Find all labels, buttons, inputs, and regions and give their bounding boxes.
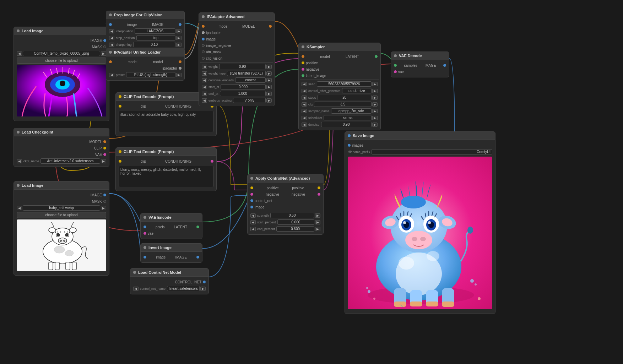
svg-point-78 bbox=[366, 287, 368, 289]
ipadapter-adv-start-prev[interactable]: ◀ bbox=[202, 85, 207, 89]
vae-decode-vae-in[interactable] bbox=[394, 70, 397, 73]
prep-interp-next[interactable]: ▶ bbox=[176, 29, 182, 33]
ksampler-cfg-prev[interactable]: ◀ bbox=[302, 102, 307, 107]
ipadapter-adv-weight-next[interactable]: ▶ bbox=[266, 65, 272, 69]
ksampler-pos-in[interactable] bbox=[302, 61, 304, 64]
prep-sharp-prev[interactable]: ◀ bbox=[109, 43, 114, 47]
load-checkpoint-vae-out[interactable] bbox=[103, 153, 106, 156]
ipadapter-adv-wtype-prev[interactable]: ◀ bbox=[202, 71, 207, 76]
prep-crop-next[interactable]: ▶ bbox=[176, 36, 182, 40]
apply-cn-strength-prev[interactable]: ◀ bbox=[250, 213, 256, 218]
vae-decode-title: VAE Decode bbox=[399, 54, 422, 58]
ipadapter-adv-model-out[interactable] bbox=[269, 25, 272, 28]
load-image-2-title: Load Image bbox=[22, 183, 43, 188]
ipadapter-adv-wtype-next[interactable]: ▶ bbox=[266, 71, 272, 76]
apply-cn-endpct-prev[interactable]: ◀ bbox=[250, 227, 256, 231]
apply-cn-cn-in[interactable] bbox=[250, 199, 253, 202]
apply-cn-neg-out[interactable] bbox=[318, 193, 320, 196]
load-image-2-prev[interactable]: ◀ bbox=[17, 206, 22, 210]
load-checkpoint-prev[interactable]: ◀ bbox=[17, 159, 22, 163]
ipadapter-preset-prev[interactable]: ◀ bbox=[109, 73, 114, 77]
ipadapter-adv-clip-in[interactable] bbox=[202, 57, 205, 60]
vae-encode-pixels-in[interactable] bbox=[143, 226, 146, 228]
ksampler-denoise-prev[interactable]: ◀ bbox=[302, 123, 307, 127]
load-image-2-next[interactable]: ▶ bbox=[101, 206, 106, 210]
ipadapter-loader-model-in[interactable] bbox=[109, 60, 112, 63]
ksampler-model-in[interactable] bbox=[302, 55, 304, 58]
apply-cn-strength-value: 0.60 bbox=[270, 213, 314, 218]
ksampler-ctrl-next[interactable]: ▶ bbox=[372, 89, 378, 93]
prep-image-in[interactable] bbox=[109, 23, 112, 26]
ipadapter-adv-weight-prev[interactable]: ◀ bbox=[202, 65, 207, 69]
prep-crop-prev[interactable]: ◀ bbox=[109, 36, 114, 40]
apply-cn-strength-next[interactable]: ▶ bbox=[315, 213, 320, 218]
svg-rect-46 bbox=[442, 301, 454, 307]
load-image-2-mask-out[interactable] bbox=[103, 200, 106, 203]
ipadapter-adv-end-next[interactable]: ▶ bbox=[266, 92, 272, 96]
ksampler-sampler-next[interactable]: ▶ bbox=[372, 109, 378, 113]
ipadapter-preset-next[interactable]: ▶ bbox=[176, 73, 182, 77]
ipadapter-adv-ipa-in[interactable] bbox=[202, 31, 205, 34]
load-image-1-choose-btn[interactable]: choose file to upload bbox=[17, 58, 106, 64]
apply-cn-startpct-next[interactable]: ▶ bbox=[315, 220, 320, 224]
vae-encode-vae-in[interactable] bbox=[143, 232, 146, 235]
load-controlnet-prev[interactable]: ◀ bbox=[133, 287, 139, 291]
ksampler-header: KSampler bbox=[299, 43, 380, 51]
prep-image-out[interactable] bbox=[179, 23, 182, 26]
vae-decode-samples-in[interactable] bbox=[394, 64, 397, 67]
ksampler-sched-prev[interactable]: ◀ bbox=[302, 116, 307, 120]
load-image-1-next[interactable]: ▶ bbox=[101, 51, 106, 56]
ipadapter-adv-atnmask-in[interactable] bbox=[202, 50, 205, 53]
ipadapter-loader-model-out[interactable] bbox=[179, 60, 182, 63]
ksampler-sampler-prev[interactable]: ◀ bbox=[302, 109, 307, 113]
ksampler-latent-out[interactable] bbox=[375, 55, 378, 58]
load-checkpoint-next[interactable]: ▶ bbox=[101, 159, 106, 163]
clip-text-neg-clip-in[interactable] bbox=[119, 160, 121, 163]
clip-text-pos-textarea[interactable]: illustration of an adorable baby cow, hi… bbox=[119, 111, 213, 132]
ksampler-steps-prev[interactable]: ◀ bbox=[302, 96, 307, 100]
ksampler-sched-next[interactable]: ▶ bbox=[372, 116, 378, 120]
save-image-images-in[interactable] bbox=[348, 144, 351, 147]
apply-cn-image-in[interactable] bbox=[250, 206, 253, 208]
ipadapter-adv-model-in[interactable] bbox=[202, 25, 205, 28]
ksampler-neg-in[interactable] bbox=[302, 68, 304, 71]
ksampler-ctrl-prev[interactable]: ◀ bbox=[302, 89, 307, 93]
apply-cn-pos-in[interactable] bbox=[250, 186, 253, 189]
ipadapter-adv-embeds-next[interactable]: ▶ bbox=[266, 98, 272, 103]
ipadapter-loader-ipa-out[interactable] bbox=[179, 67, 182, 70]
invert-image-in[interactable] bbox=[143, 256, 146, 259]
apply-cn-endpct-next[interactable]: ▶ bbox=[315, 227, 320, 231]
load-image-2-choose-btn[interactable]: choose file to upload bbox=[17, 212, 106, 218]
ipadapter-adv-embeds-prev[interactable]: ◀ bbox=[202, 98, 207, 103]
ksampler-seed-next[interactable]: ▶ bbox=[372, 82, 378, 86]
clip-text-neg-cond-out[interactable] bbox=[211, 160, 213, 163]
vae-decode-image-out[interactable] bbox=[443, 64, 446, 67]
load-controlnet-out[interactable] bbox=[203, 281, 206, 283]
ipadapter-adv-imgneg-in[interactable] bbox=[202, 44, 205, 47]
prep-sharp-next[interactable]: ▶ bbox=[176, 43, 182, 47]
apply-cn-pos-out[interactable] bbox=[318, 186, 320, 189]
ipadapter-adv-combine-prev[interactable]: ◀ bbox=[202, 78, 207, 82]
apply-cn-neg-in[interactable] bbox=[250, 193, 253, 196]
ipadapter-adv-start-next[interactable]: ▶ bbox=[266, 85, 272, 89]
load-checkpoint-model-out[interactable] bbox=[103, 140, 106, 143]
load-controlnet-next[interactable]: ▶ bbox=[200, 287, 206, 291]
ksampler-cfg-next[interactable]: ▶ bbox=[372, 102, 378, 107]
load-image-1-prev[interactable]: ◀ bbox=[17, 51, 22, 56]
ipadapter-adv-combine-next[interactable]: ▶ bbox=[266, 78, 272, 82]
ksampler-seed-prev[interactable]: ◀ bbox=[302, 82, 307, 86]
svg-point-21 bbox=[60, 240, 61, 241]
ipadapter-adv-end-prev[interactable]: ◀ bbox=[202, 92, 207, 96]
load-image-2-image-out[interactable] bbox=[103, 194, 106, 196]
ksampler-denoise-next[interactable]: ▶ bbox=[372, 123, 378, 127]
ipadapter-adv-image-in[interactable] bbox=[202, 38, 205, 40]
clip-text-neg-textarea[interactable]: blurry, noisy, messy, glitch, distorted,… bbox=[119, 166, 213, 187]
ksampler-steps-next[interactable]: ▶ bbox=[372, 96, 378, 100]
apply-cn-startpct-prev[interactable]: ◀ bbox=[250, 220, 256, 224]
invert-image-out[interactable] bbox=[196, 256, 199, 259]
prep-interp-prev[interactable]: ◀ bbox=[109, 29, 114, 33]
clip-text-pos-clip-in[interactable] bbox=[119, 105, 121, 108]
vae-encode-latent-out[interactable] bbox=[196, 226, 199, 228]
load-checkpoint-clip-out[interactable] bbox=[103, 147, 106, 150]
ksampler-latent-in[interactable] bbox=[302, 74, 304, 77]
